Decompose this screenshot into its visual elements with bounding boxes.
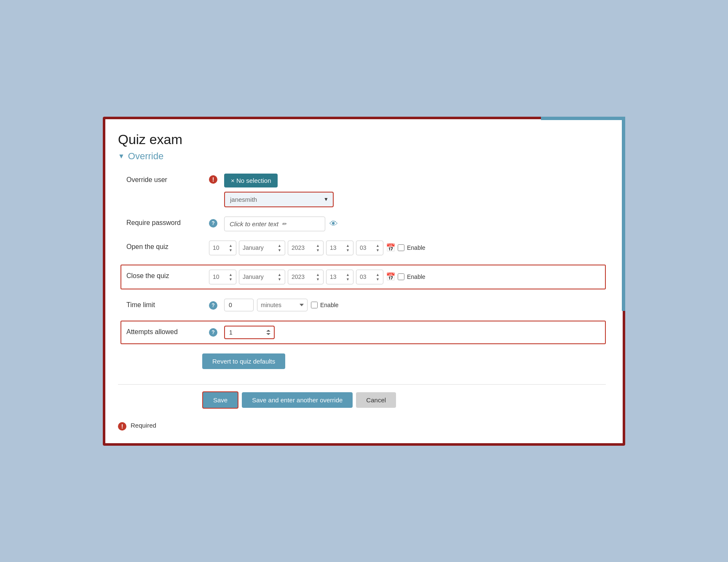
open-quiz-enable-checkbox[interactable]	[398, 244, 404, 251]
open-quiz-year-arrows[interactable]: ▲ ▼	[316, 244, 320, 252]
time-limit-help-icon[interactable]: ?	[209, 301, 217, 310]
up-arrow: ▲	[346, 244, 350, 248]
close-quiz-minute-arrows[interactable]: ▲ ▼	[376, 273, 380, 281]
up-arrow: ▲	[229, 273, 233, 277]
override-user-row: Override user ! × No selection janesmith…	[126, 174, 606, 207]
close-quiz-year-value: 2023	[292, 273, 305, 280]
open-quiz-minute-value: 03	[360, 244, 367, 251]
open-quiz-year-spinner[interactable]: 2023 ▲ ▼	[288, 241, 324, 255]
close-quiz-minute-spinner[interactable]: 03 ▲ ▼	[356, 270, 383, 284]
close-quiz-day-arrows[interactable]: ▲ ▼	[229, 273, 233, 281]
eye-icon[interactable]: 👁	[329, 219, 338, 229]
page-title: Quiz exam	[118, 132, 606, 147]
open-quiz-minute-spinner[interactable]: 03 ▲ ▼	[356, 241, 383, 255]
open-quiz-hour-spinner[interactable]: 13 ▲ ▼	[326, 241, 353, 255]
down-arrow: ▼	[316, 248, 320, 252]
no-selection-button[interactable]: × No selection	[224, 174, 278, 187]
user-dropdown[interactable]: janesmith johnsmith alice bob	[224, 192, 334, 207]
footer-required-icon: !	[118, 422, 126, 431]
open-quiz-minute-arrows[interactable]: ▲ ▼	[376, 244, 380, 252]
open-quiz-label: Open the quiz	[126, 241, 202, 251]
open-quiz-day-spinner[interactable]: 10 ▲ ▼	[209, 241, 236, 255]
close-quiz-month-spinner[interactable]: January ▲ ▼	[239, 270, 285, 284]
open-quiz-enable-text: Enable	[407, 244, 426, 251]
up-arrow: ▲	[346, 273, 350, 277]
require-password-label: Require password	[126, 217, 202, 227]
up-arrow: ▲	[229, 244, 233, 248]
save-button[interactable]: Save	[202, 391, 238, 409]
revert-button-wrapper: Revert to quiz defaults	[118, 353, 606, 377]
close-quiz-hour-arrows[interactable]: ▲ ▼	[346, 273, 350, 281]
close-quiz-day-spinner[interactable]: 10 ▲ ▼	[209, 270, 236, 284]
close-quiz-enable-text: Enable	[407, 273, 426, 280]
password-placeholder: Click to enter text	[230, 220, 278, 227]
override-label: Override	[128, 151, 163, 162]
attempts-allowed-row: Attempts allowed ? 1 2 3 Unlimited	[120, 321, 606, 344]
time-limit-enable-checkbox[interactable]	[311, 302, 318, 308]
up-arrow: ▲	[376, 244, 380, 248]
open-quiz-calendar-icon[interactable]: 📅	[386, 243, 395, 252]
required-icon: !	[209, 175, 217, 184]
attempts-allowed-help: ?	[209, 326, 217, 337]
close-quiz-row: Close the quiz 10 ▲ ▼ January ▲ ▼	[120, 265, 606, 289]
save-another-button[interactable]: Save and enter another override	[242, 392, 353, 408]
down-arrow: ▼	[278, 277, 281, 281]
time-unit-select[interactable]: minutes hours	[257, 299, 308, 311]
close-quiz-year-spinner[interactable]: 2023 ▲ ▼	[288, 270, 324, 284]
down-arrow: ▼	[346, 248, 350, 252]
close-quiz-year-arrows[interactable]: ▲ ▼	[316, 273, 320, 281]
up-arrow: ▲	[278, 273, 281, 277]
action-row: Save Save and enter another override Can…	[202, 391, 606, 409]
password-text-input[interactable]: Click to enter text ✏	[224, 217, 325, 231]
require-password-help: ?	[209, 217, 217, 227]
help-icon[interactable]: ?	[209, 219, 217, 227]
top-accent-bar	[541, 117, 625, 120]
open-quiz-controls: 10 ▲ ▼ January ▲ ▼ 2023	[209, 241, 426, 255]
open-quiz-hour-arrows[interactable]: ▲ ▼	[346, 244, 350, 252]
close-quiz-calendar-icon[interactable]: 📅	[386, 272, 395, 281]
open-quiz-month-value: January	[243, 244, 264, 251]
divider	[118, 384, 606, 385]
up-arrow: ▲	[376, 273, 380, 277]
time-limit-enable-text: Enable	[320, 302, 339, 308]
close-quiz-minute-value: 03	[360, 273, 367, 280]
attempts-allowed-select[interactable]: 1 2 3 Unlimited	[224, 326, 275, 339]
time-limit-controls: minutes hours Enable	[224, 299, 339, 311]
pencil-icon: ✏	[282, 221, 286, 227]
cancel-button[interactable]: Cancel	[356, 392, 396, 408]
time-limit-row: Time limit ? minutes hours Enable	[126, 299, 606, 311]
down-arrow: ▼	[229, 277, 233, 281]
down-arrow: ▼	[316, 277, 320, 281]
down-arrow: ▼	[376, 248, 380, 252]
attempts-help-icon[interactable]: ?	[209, 328, 217, 337]
close-quiz-month-arrows[interactable]: ▲ ▼	[278, 273, 281, 281]
require-password-row: Require password ? Click to enter text ✏…	[126, 217, 606, 231]
down-arrow: ▼	[376, 277, 380, 281]
right-accent-bar	[622, 117, 625, 311]
open-quiz-enable-label: Enable	[398, 244, 426, 251]
time-limit-help: ?	[209, 299, 217, 310]
attempts-allowed-controls: 1 2 3 Unlimited	[224, 326, 275, 339]
dialog-container: Quiz exam ▼ Override Override user ! × N…	[103, 117, 625, 446]
open-quiz-day-value: 10	[213, 244, 219, 251]
open-quiz-year-value: 2023	[292, 244, 305, 251]
user-dropdown-wrapper: janesmith johnsmith alice bob	[224, 192, 334, 207]
close-quiz-day-value: 10	[213, 273, 219, 280]
time-limit-enable-label: Enable	[311, 302, 339, 308]
open-quiz-day-arrows[interactable]: ▲ ▼	[229, 244, 233, 252]
down-arrow: ▼	[346, 277, 350, 281]
close-quiz-enable-checkbox[interactable]	[398, 273, 404, 280]
override-user-controls: × No selection janesmith johnsmith alice…	[224, 174, 606, 207]
revert-button[interactable]: Revert to quiz defaults	[202, 353, 285, 369]
time-limit-input[interactable]	[224, 299, 254, 311]
chevron-down-icon: ▼	[118, 153, 125, 160]
required-text: Required	[131, 422, 156, 429]
close-quiz-hour-value: 13	[330, 273, 337, 280]
open-quiz-month-arrows[interactable]: ▲ ▼	[278, 244, 281, 252]
close-quiz-month-value: January	[243, 273, 264, 280]
open-quiz-month-spinner[interactable]: January ▲ ▼	[239, 241, 285, 255]
override-user-label: Override user	[126, 174, 202, 184]
up-arrow: ▲	[278, 244, 281, 248]
close-quiz-hour-spinner[interactable]: 13 ▲ ▼	[326, 270, 353, 284]
attempts-allowed-label: Attempts allowed	[126, 326, 202, 336]
